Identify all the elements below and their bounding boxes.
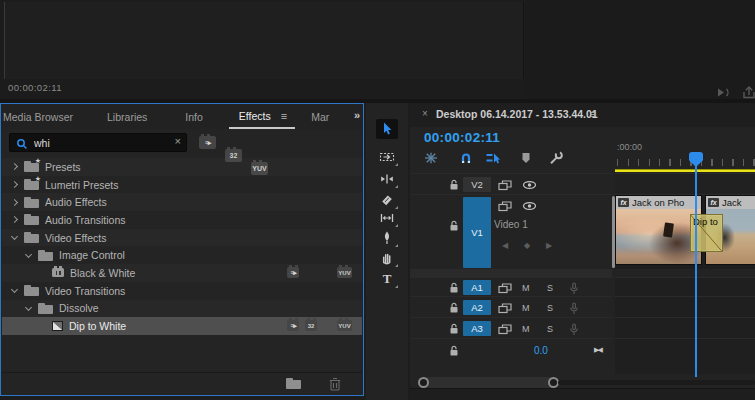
sync-lock-icon[interactable] [498, 324, 512, 335]
timeline-zoom-scrollbar[interactable] [419, 377, 558, 388]
chevron-right-icon[interactable] [11, 163, 18, 170]
voiceover-mic-icon[interactable] [568, 323, 580, 336]
tree-item-black-and-white[interactable]: Black & White ≡▸ YUV [2, 264, 362, 282]
solo-button[interactable]: S [547, 283, 553, 293]
mute-button[interactable]: M [522, 324, 530, 334]
tab-markers[interactable]: Mar [301, 104, 339, 129]
chevron-down-icon[interactable] [25, 304, 32, 311]
voiceover-mic-icon[interactable] [568, 282, 580, 295]
track-master-lane[interactable] [615, 338, 755, 361]
lock-icon[interactable] [449, 220, 459, 232]
track-a3-lane[interactable] [615, 317, 755, 338]
tab-overflow-chevrons-icon[interactable]: » [354, 109, 359, 121]
pen-tool[interactable] [376, 228, 398, 248]
lock-icon[interactable] [449, 345, 459, 357]
fx-badge[interactable]: fx [708, 198, 719, 207]
timeline-panel-menu-icon[interactable]: ≡ [590, 108, 596, 120]
track-target-a2[interactable]: A2 [463, 300, 491, 315]
selection-tool[interactable] [376, 119, 398, 139]
track-a1-lane[interactable] [615, 277, 755, 296]
lock-icon[interactable] [449, 282, 459, 294]
sync-lock-icon[interactable] [498, 303, 512, 314]
tree-item-presets[interactable]: ★ Presets [2, 158, 362, 176]
search-box[interactable]: × [9, 133, 187, 152]
voiceover-mic-icon[interactable] [568, 302, 580, 315]
track-v2-lane[interactable] [615, 173, 755, 194]
sync-lock-icon[interactable] [498, 180, 512, 191]
solo-button[interactable]: S [547, 303, 553, 313]
add-marker-icon[interactable] [518, 150, 534, 166]
track-target-a1[interactable]: A1 [463, 280, 491, 295]
sync-lock-icon[interactable] [498, 283, 512, 294]
track-output-eye-icon[interactable] [522, 201, 537, 211]
new-custom-bin-icon[interactable] [286, 378, 301, 389]
snap-magnet-icon[interactable] [458, 150, 474, 166]
tree-item-image-control[interactable]: Image Control [2, 246, 362, 264]
chevron-down-icon[interactable] [25, 251, 32, 258]
master-gain-value[interactable]: 0.0 [534, 345, 548, 356]
fx-badge[interactable]: fx [618, 198, 629, 207]
tab-effects[interactable]: Effects [229, 104, 281, 128]
time-ruler[interactable]: :00:00 [615, 127, 755, 169]
tab-info[interactable]: Info [175, 104, 213, 129]
lock-icon[interactable] [449, 302, 459, 314]
tree-item-video-transitions[interactable]: Video Transitions [2, 282, 362, 300]
playhead-line[interactable] [695, 152, 697, 377]
export-frame-icon[interactable] [741, 86, 755, 99]
timeline-settings-wrench-icon[interactable] [548, 150, 564, 166]
tree-item-video-effects[interactable]: Video Effects [2, 229, 362, 247]
scrollbar-track[interactable] [558, 380, 755, 385]
zoom-handle-left[interactable] [418, 377, 429, 388]
solo-button[interactable]: S [547, 324, 553, 334]
sync-lock-icon[interactable] [498, 201, 512, 212]
nest-sequences-icon[interactable] [423, 150, 439, 166]
track-select-forward-tool[interactable] [376, 147, 398, 167]
track-target-v1[interactable]: V1 [463, 197, 491, 268]
effects-panel-menu-icon[interactable]: ≡ [281, 110, 295, 122]
track-a2-lane[interactable] [615, 296, 755, 317]
clip-name: Jack on Pho [632, 197, 684, 208]
mute-button[interactable]: M [522, 303, 530, 313]
track-name-video1[interactable]: Video 1 [494, 219, 528, 230]
close-panel-icon[interactable]: × [422, 108, 428, 119]
video-audio-divider[interactable] [410, 269, 612, 277]
track-target-a3[interactable]: A3 [463, 321, 491, 336]
delete-bin-icon[interactable] [329, 377, 341, 391]
add-keyframe-icon[interactable]: ◆ [524, 241, 530, 250]
type-tool[interactable]: T [376, 269, 398, 289]
lock-icon[interactable] [449, 179, 459, 191]
program-monitor-viewport[interactable] [4, 2, 524, 79]
lock-icon[interactable] [449, 323, 459, 335]
tree-item-dip-to-white[interactable]: Dip to White ≡▸ 32 YUV [2, 317, 362, 335]
ripple-edit-tool[interactable] [376, 169, 398, 189]
linked-selection-icon[interactable] [485, 150, 501, 166]
tree-item-audio-transitions[interactable]: Audio Transitions [2, 211, 362, 229]
tree-item-lumetri-presets[interactable]: ★ Lumetri Presets [2, 176, 362, 194]
clip-jack-on-phone-1[interactable]: fx Jack on Pho [615, 195, 702, 265]
hand-tool[interactable] [376, 248, 398, 268]
razor-tool[interactable] [376, 190, 398, 210]
chevron-down-icon[interactable] [11, 286, 18, 293]
sequence-timecode[interactable]: 00:00:02:11 [424, 130, 500, 145]
next-keyframe-icon[interactable]: ▶ [546, 241, 552, 250]
search-input[interactable] [34, 134, 164, 151]
track-output-eye-icon[interactable] [522, 180, 537, 190]
track-target-v2[interactable]: V2 [463, 177, 491, 192]
prev-keyframe-icon[interactable]: ◀ [502, 241, 508, 250]
mute-button[interactable]: M [522, 283, 530, 293]
video-tracks-scrollbar[interactable] [612, 196, 615, 268]
tree-item-audio-effects[interactable]: Audio Effects [2, 193, 362, 211]
bowtie-icon[interactable]: ▶◀ [594, 346, 601, 354]
slip-tool[interactable] [376, 208, 398, 228]
tree-item-dissolve[interactable]: Dissolve [2, 300, 362, 318]
chevron-right-icon[interactable] [11, 199, 18, 206]
drag-audio-icon[interactable] [715, 86, 733, 99]
chevron-down-icon[interactable] [11, 233, 18, 240]
chevron-right-icon[interactable] [11, 216, 18, 223]
chevron-right-icon[interactable] [11, 181, 18, 188]
tab-libraries[interactable]: Libraries [97, 104, 157, 129]
accelerated-effects-filter-icon[interactable]: ≡▸ [199, 136, 216, 149]
tab-media-browser[interactable]: Media Browser [1, 104, 83, 129]
clear-search-icon[interactable]: × [175, 135, 181, 147]
sequence-tab-title[interactable]: Desktop 06.14.2017 - 13.53.44.01 [436, 108, 598, 120]
